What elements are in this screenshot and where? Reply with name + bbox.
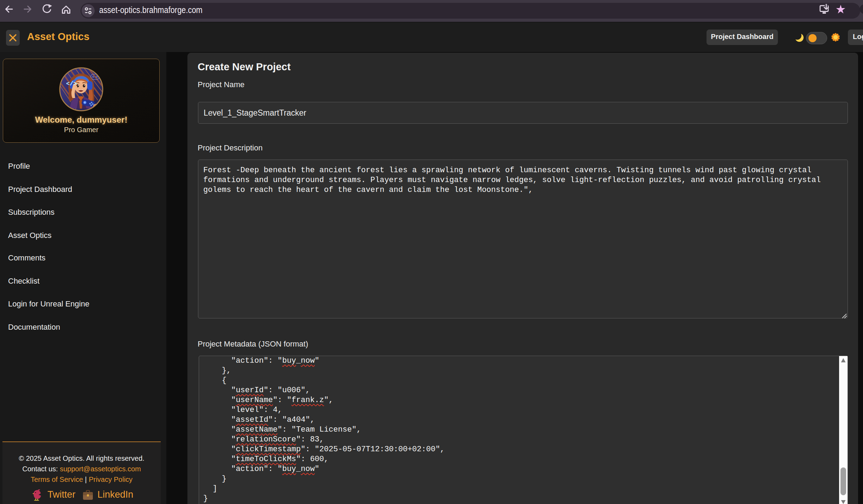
svg-text:</>: </> bbox=[66, 80, 77, 87]
